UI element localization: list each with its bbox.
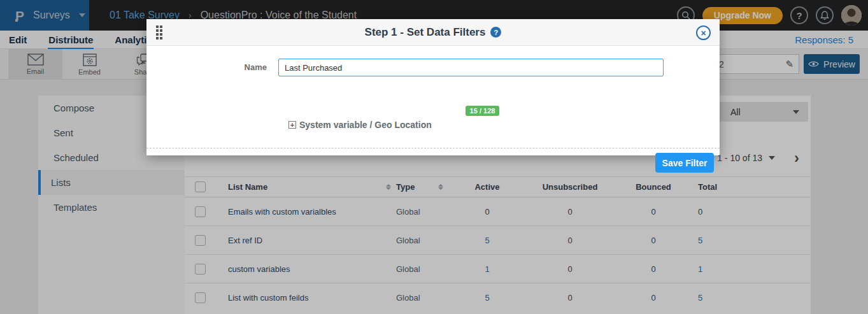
modal-title: Step 1 - Set Data Filters ? <box>365 26 502 39</box>
filter-name-input[interactable] <box>278 59 664 76</box>
char-count-badge: 15 / 128 <box>466 106 500 116</box>
help-icon[interactable]: ? <box>490 27 501 38</box>
drag-handle-icon[interactable] <box>156 25 162 39</box>
name-label: Name <box>146 59 278 76</box>
system-variable-link[interactable]: + System variable / Geo Location <box>288 120 432 130</box>
app-window: P Surveys 01 Take Survey › QuestionPro :… <box>0 0 868 314</box>
filter-name-row: Name <box>146 59 720 76</box>
save-filter-button[interactable]: Save Filter <box>655 153 714 173</box>
close-icon[interactable]: × <box>696 25 711 40</box>
modal-header: Step 1 - Set Data Filters ? × <box>146 19 720 46</box>
char-count-wrap: 15 / 128 <box>290 104 675 116</box>
expand-plus-icon: + <box>288 121 296 129</box>
modal-body: Name 15 / 128 + System variable / Geo Lo… <box>146 46 720 155</box>
footer-divider <box>146 148 720 148</box>
set-data-filters-modal: Step 1 - Set Data Filters ? × Name 15 / … <box>146 19 720 155</box>
system-variable-label: System variable / Geo Location <box>299 120 432 130</box>
